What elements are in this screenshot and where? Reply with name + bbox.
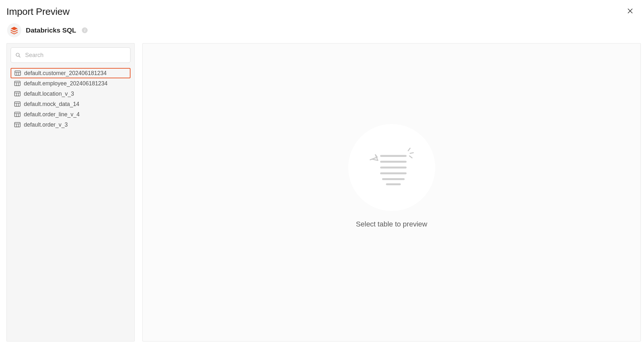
search-container bbox=[11, 47, 130, 63]
empty-state: Select table to preview bbox=[348, 124, 435, 228]
table-item-label: default.customer_202406181234 bbox=[24, 70, 107, 77]
table-item[interactable]: default.customer_202406181234 bbox=[11, 68, 130, 78]
table-icon bbox=[14, 122, 21, 128]
table-item-label: default.order_v_3 bbox=[24, 121, 68, 128]
svg-rect-12 bbox=[14, 91, 20, 96]
source-name: Databricks SQL bbox=[26, 26, 76, 34]
table-item[interactable]: default.mock_data_14 bbox=[11, 99, 130, 109]
table-icon bbox=[14, 70, 21, 76]
svg-line-35 bbox=[410, 153, 413, 153]
svg-rect-8 bbox=[14, 81, 20, 86]
table-icon bbox=[14, 111, 21, 117]
close-icon bbox=[627, 7, 634, 14]
table-item[interactable]: default.order_line_v_4 bbox=[11, 109, 130, 120]
table-icon bbox=[14, 81, 21, 86]
empty-illustration bbox=[348, 124, 435, 211]
info-icon[interactable]: i bbox=[82, 27, 88, 33]
svg-rect-16 bbox=[14, 102, 20, 106]
databricks-icon bbox=[10, 26, 18, 34]
source-icon-container bbox=[7, 23, 21, 37]
svg-line-34 bbox=[408, 148, 410, 151]
svg-rect-20 bbox=[14, 112, 20, 117]
table-icon bbox=[14, 91, 21, 97]
svg-rect-24 bbox=[14, 122, 20, 127]
table-icon bbox=[14, 101, 21, 107]
svg-line-36 bbox=[409, 156, 412, 158]
table-item[interactable]: default.order_v_3 bbox=[11, 120, 130, 130]
dialog-title: Import Preview bbox=[6, 6, 70, 17]
select-table-icon bbox=[368, 145, 416, 190]
preview-panel: Select table to preview bbox=[142, 43, 641, 341]
table-item-label: default.mock_data_14 bbox=[24, 101, 79, 108]
svg-rect-4 bbox=[15, 71, 21, 75]
dialog-header: Import Preview bbox=[0, 0, 644, 21]
source-row: Databricks SQL i bbox=[0, 21, 644, 43]
tables-sidebar: default.customer_202406181234default.emp… bbox=[6, 43, 135, 341]
table-item-label: default.order_line_v_4 bbox=[24, 111, 80, 118]
table-item-label: default.employee_202406181234 bbox=[24, 80, 108, 87]
table-item[interactable]: default.employee_202406181234 bbox=[11, 78, 130, 89]
close-button[interactable] bbox=[624, 6, 636, 17]
table-item-label: default.location_v_3 bbox=[24, 91, 74, 97]
main-layout: default.customer_202406181234default.emp… bbox=[0, 43, 644, 341]
table-item[interactable]: default.location_v_3 bbox=[11, 89, 130, 99]
empty-state-message: Select table to preview bbox=[356, 220, 427, 228]
search-input[interactable] bbox=[11, 47, 130, 63]
table-list: default.customer_202406181234default.emp… bbox=[11, 68, 130, 130]
